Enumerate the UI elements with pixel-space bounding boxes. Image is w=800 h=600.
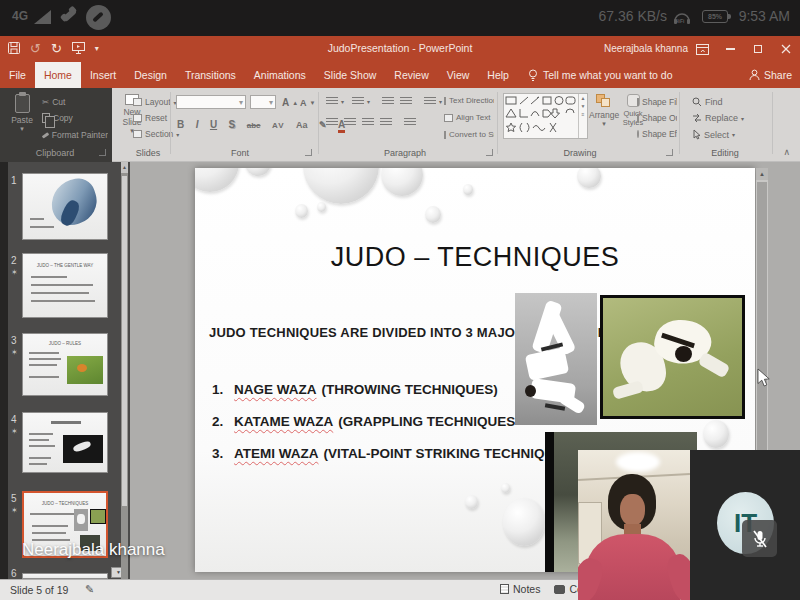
align-right-button[interactable] [362,118,374,127]
tab-help[interactable]: Help [478,62,518,88]
section-button[interactable]: Section▾ [133,129,179,139]
bold-button[interactable]: B [177,119,184,130]
change-case-button[interactable]: Aa [296,120,308,130]
shape-gallery[interactable]: ▲▼≡ [503,93,588,139]
text-direction-icon [444,97,446,105]
tab-slideshow[interactable]: Slide Show [315,62,386,88]
tab-file[interactable]: File [0,62,35,88]
notes-button[interactable]: Notes [500,583,540,595]
minimize-button[interactable] [716,36,744,62]
hifi-label: HiFi [675,18,684,24]
justify-button[interactable] [380,118,392,127]
water-droplet [463,184,473,195]
underline-button[interactable]: U [210,119,217,130]
convert-smartart-button[interactable]: Convert to SmartArt [444,130,494,139]
font-dialog-launcher[interactable] [305,149,312,156]
slide-image-throw[interactable] [515,293,597,425]
find-button[interactable]: Find [692,97,723,107]
thumbnail-slide-1[interactable] [22,173,108,240]
share-label: Share [764,69,792,81]
replace-button[interactable]: Replace▾ [692,113,744,123]
proofing-icon[interactable]: ✎ [85,583,94,596]
numbering-button[interactable]: ▾ [352,97,370,106]
notes-icon [500,584,509,594]
tab-animations[interactable]: Animations [245,62,315,88]
decrease-indent-button[interactable] [382,97,394,106]
align-text-button[interactable]: Align Text [444,113,494,122]
muted-mic-icon [751,529,769,549]
increase-indent-button[interactable] [400,97,412,106]
tab-insert[interactable]: Insert [81,62,125,88]
smartart-icon [444,131,446,139]
copy-button[interactable]: Copy [42,113,73,123]
italic-button[interactable]: I [196,119,199,130]
font-size-combobox[interactable]: ▾ [250,95,276,109]
thumb-4-number: 4 [11,414,17,425]
share-button[interactable]: Share [749,62,792,88]
tab-transitions[interactable]: Transitions [176,62,245,88]
clipboard-dialog-launcher[interactable] [99,149,106,156]
thumb-2-number: 2 [11,255,17,266]
animation-star-icon: ✶ [11,506,18,515]
thumbnail-slide-3[interactable]: JUDO – RULES [22,333,108,396]
decrease-indent-icon [382,97,394,106]
thumbnail-slide-4[interactable] [22,412,108,473]
network-speed: 67.36 KB/s [599,8,668,24]
columns-button[interactable] [404,118,416,127]
restore-button[interactable] [744,36,772,62]
align-left-button[interactable] [326,118,338,127]
scroll-thumb[interactable] [757,182,767,482]
thumbnail-scroll-thumb[interactable] [122,176,127,506]
collapse-ribbon-button[interactable]: ∧ [783,147,790,157]
close-button[interactable] [772,36,800,62]
participant-video-tile[interactable] [578,450,690,600]
text-shadow-button[interactable]: S [229,119,236,130]
align-center-button[interactable] [344,118,356,127]
line-spacing-button[interactable]: ▾ [424,97,442,106]
font-group-label: Font [210,148,270,158]
reset-icon [133,114,142,122]
tab-design[interactable]: Design [125,62,176,88]
water-droplet [703,420,729,448]
participant-audio-tile[interactable]: IT [690,450,800,600]
drawing-dialog-launcher[interactable] [666,149,673,156]
shape-outline-button[interactable]: Shape Outline [637,113,677,123]
slide-list-item-3[interactable]: 3.ATEMI WAZA(VITAL-POINT STRIKING TECHNI… [212,446,577,461]
thumbnail-scroll-up[interactable]: ▲ [121,162,128,173]
select-button[interactable]: Select▾ [692,129,735,140]
format-painter-button[interactable]: Format Painter [42,130,108,140]
tab-home[interactable]: Home [35,62,81,88]
slide-image-grapple[interactable] [600,295,745,419]
thumbnail-slide-2[interactable]: JUDO – THE GENTLE WAY [22,253,108,318]
text-direction-button[interactable]: Text Direction [444,96,494,105]
slide-title[interactable]: JUDO – TECHNIQUES [195,242,755,273]
tab-review[interactable]: Review [385,62,437,88]
bullets-icon [326,97,338,106]
shape-gallery-scrollbar[interactable]: ▲▼≡ [578,94,587,138]
slide-list-item-2[interactable]: 2.KATAME WAZA(GRAPPLING TECHNIQUES [212,414,515,429]
paste-button[interactable]: Paste ▾ [6,94,38,133]
shrink-font-button[interactable]: A▼ [300,98,315,108]
active-call-icon [86,5,111,30]
bullets-button[interactable]: ▾ [326,97,344,106]
format-painter-icon [42,132,49,138]
ribbon-display-options-button[interactable] [688,36,716,62]
cut-button[interactable]: ✂Cut [42,97,65,107]
paragraph-dialog-launcher[interactable] [486,149,493,156]
clock: 9:53 AM [739,8,790,24]
shape-fill-icon [637,98,639,106]
scroll-up-arrow[interactable]: ▲ [756,168,768,180]
thumbnail-scrollbar[interactable]: ▲ [121,162,128,579]
tab-view[interactable]: View [438,62,479,88]
arrange-button[interactable]: Arrange ▾ [589,94,619,128]
strikethrough-button[interactable]: abc [247,121,261,130]
reset-button[interactable]: Reset [133,113,167,123]
character-spacing-button[interactable]: AV [272,121,285,130]
grow-font-button[interactable]: A▲ [282,97,298,108]
font-name-combobox[interactable]: ▾ [176,95,246,109]
shape-fill-button[interactable]: Shape Fill [637,97,677,107]
slide-list-item-1[interactable]: 1.NAGE WAZA(THROWING TECHNIQUES) [212,382,498,397]
shape-effects-button[interactable]: Shape Effects [637,129,677,139]
tell-me-box[interactable]: Tell me what you want to do [518,62,683,88]
arrange-icon [596,94,612,108]
